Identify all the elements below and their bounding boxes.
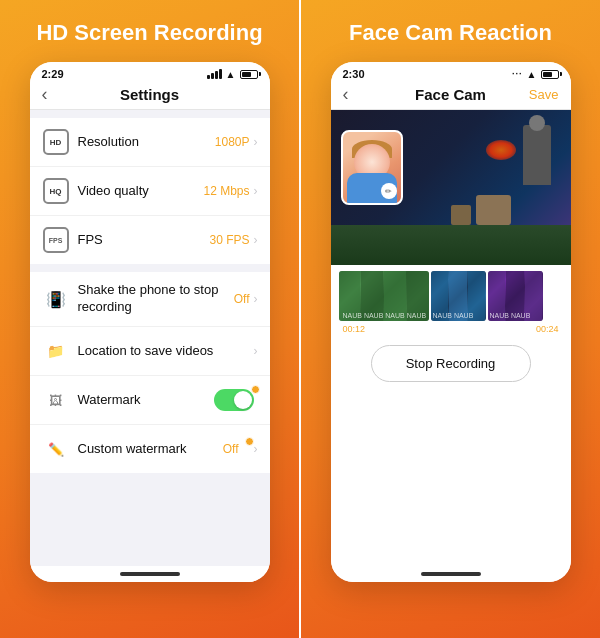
right-phone-mockup: 2:30 ··· ▲ ‹ Face Cam Save — [331, 62, 571, 582]
fps-chevron: › — [254, 233, 258, 247]
film-clip-1[interactable]: NAUB NAUB NAUB NAUB — [339, 271, 429, 321]
game-character — [523, 125, 551, 185]
home-indicator-right — [331, 566, 571, 582]
left-panel-title: HD Screen Recording — [36, 20, 262, 46]
watermark-toggle[interactable] — [214, 389, 254, 411]
fps-label: FPS — [78, 232, 210, 249]
battery-icon — [240, 70, 258, 79]
left-phone-mockup: 2:29 ▲ ‹ Settings — [30, 62, 270, 582]
home-indicator-left — [30, 566, 270, 582]
custom-watermark-badge — [245, 437, 254, 446]
resolution-chevron: › — [254, 135, 258, 149]
settings-section-2: 📳 Shake the phone to stop recording Off … — [30, 272, 270, 473]
settings-section-1: HD Resolution 1080P › HQ Video qualty 12… — [30, 118, 270, 264]
timeline-label-start: 00:12 — [343, 324, 366, 334]
webcam-overlay[interactable]: ✏ — [341, 130, 403, 205]
location-icon: 📁 — [42, 337, 70, 365]
timeline-label-end: 00:24 — [536, 324, 559, 334]
resolution-icon: HD — [42, 128, 70, 156]
status-bar-right: 2:30 ··· ▲ — [331, 62, 571, 82]
watermark-row[interactable]: 🖼 Watermark — [30, 376, 270, 425]
shake-chevron: › — [254, 292, 258, 306]
stop-recording-label: Stop Recording — [406, 356, 496, 371]
battery-icon-right — [541, 70, 559, 79]
status-time-left: 2:29 — [42, 68, 64, 80]
shake-row[interactable]: 📳 Shake the phone to stop recording Off … — [30, 272, 270, 327]
webcam-edit-button[interactable]: ✏ — [381, 183, 397, 199]
left-panel: HD Screen Recording 2:29 ▲ ‹ Settings — [0, 0, 299, 638]
wifi-icon-right: ▲ — [527, 69, 537, 80]
status-time-right: 2:30 — [343, 68, 365, 80]
home-bar-right — [421, 572, 481, 576]
video-quality-row[interactable]: HQ Video qualty 12 Mbps › — [30, 167, 270, 216]
nav-bar-right: ‹ Face Cam Save — [331, 82, 571, 110]
resolution-label: Resolution — [78, 134, 215, 151]
custom-watermark-chevron: › — [254, 442, 258, 456]
filmstrip: NAUB NAUB NAUB NAUB NAUB NAUB — [339, 271, 563, 321]
right-panel: Face Cam Reaction 2:30 ··· ▲ ‹ Face Cam … — [301, 0, 600, 638]
wifi-icon: ▲ — [226, 69, 236, 80]
back-button-left[interactable]: ‹ — [42, 84, 48, 105]
shake-icon: 📳 — [42, 285, 70, 313]
custom-watermark-label: Custom watermark — [78, 441, 223, 458]
location-chevron: › — [254, 344, 258, 358]
nav-title-right: Face Cam — [415, 86, 486, 103]
custom-watermark-value: Off — [223, 442, 239, 456]
watermark-badge — [251, 385, 260, 394]
location-row[interactable]: 📁 Location to save videos › — [30, 327, 270, 376]
stop-recording-button[interactable]: Stop Recording — [371, 345, 531, 382]
video-quality-chevron: › — [254, 184, 258, 198]
film-clip-3[interactable]: NAUB NAUB — [488, 271, 543, 321]
game-fire-effect — [486, 140, 516, 160]
home-bar-left — [120, 572, 180, 576]
save-button[interactable]: Save — [529, 87, 559, 102]
status-icons-left: ▲ — [207, 69, 258, 80]
video-quality-value: 12 Mbps — [203, 184, 249, 198]
watermark-icon: 🖼 — [42, 386, 70, 414]
right-panel-title: Face Cam Reaction — [349, 20, 552, 46]
watermark-toggle-wrap — [214, 389, 258, 411]
fps-icon: FPS — [42, 226, 70, 254]
film-clip-2[interactable]: NAUB NAUB — [431, 271, 486, 321]
game-view: ✏ — [331, 110, 571, 265]
back-button-right[interactable]: ‹ — [343, 84, 349, 105]
signal-dots-right: ··· — [512, 69, 523, 79]
nav-title-left: Settings — [120, 86, 179, 103]
settings-list: HD Resolution 1080P › HQ Video qualty 12… — [30, 110, 270, 566]
status-icons-right: ··· ▲ — [512, 69, 558, 80]
custom-watermark-badge-wrap: Off — [223, 442, 254, 456]
shake-label: Shake the phone to stop recording — [78, 282, 234, 316]
video-quality-label: Video qualty — [78, 183, 204, 200]
custom-watermark-row[interactable]: ✏️ Custom watermark Off › — [30, 425, 270, 473]
custom-watermark-icon: ✏️ — [42, 435, 70, 463]
nav-bar-left: ‹ Settings — [30, 82, 270, 110]
shake-value: Off — [234, 292, 250, 306]
watermark-label: Watermark — [78, 392, 214, 409]
fps-row[interactable]: FPS FPS 30 FPS › — [30, 216, 270, 264]
resolution-row[interactable]: HD Resolution 1080P › — [30, 118, 270, 167]
fps-value: 30 FPS — [209, 233, 249, 247]
signal-icon — [207, 69, 222, 79]
location-label: Location to save videos — [78, 343, 254, 360]
timeline-area: NAUB NAUB NAUB NAUB NAUB NAUB — [331, 265, 571, 566]
video-quality-icon: HQ — [42, 177, 70, 205]
status-bar-left: 2:29 ▲ — [30, 62, 270, 82]
resolution-value: 1080P — [215, 135, 250, 149]
film-labels: 00:12 00:24 — [339, 321, 563, 337]
